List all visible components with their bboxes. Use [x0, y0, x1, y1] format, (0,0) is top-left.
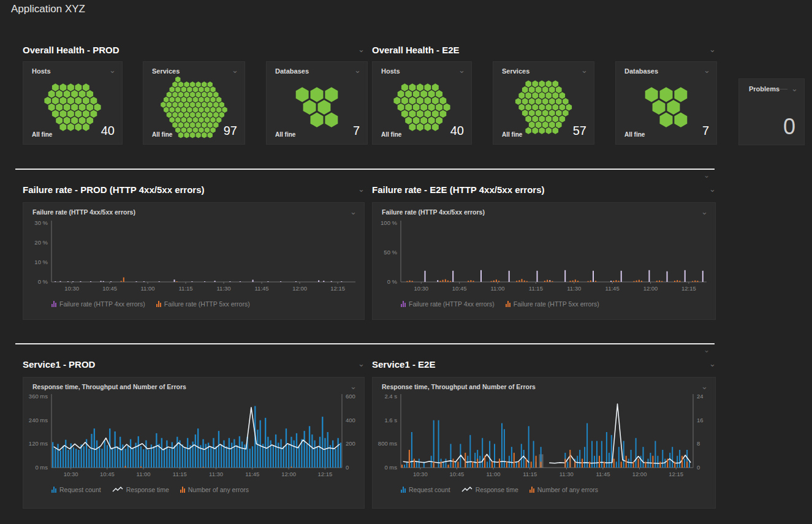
health-tile-hosts-prod[interactable]: Hosts⌄All fine40 — [23, 61, 123, 145]
svg-text:10:45: 10:45 — [452, 285, 467, 292]
chart-tile-service-e2e[interactable]: Response time, Throughput and Number of … — [372, 377, 716, 509]
section-header-service-e2e: Service1 - E2E ⌄ — [372, 357, 716, 371]
section-title: Service1 - PROD — [23, 359, 95, 370]
chevron-down-icon[interactable]: ⌄ — [709, 186, 716, 192]
svg-text:360 ms: 360 ms — [29, 393, 48, 400]
svg-text:11:00: 11:00 — [487, 471, 501, 477]
chevron-down-icon[interactable]: ⌄ — [701, 209, 708, 215]
svg-text:11:45: 11:45 — [596, 471, 610, 477]
section-header-failure-prod: Failure rate - PROD (HTTP 4xx/5xx errors… — [23, 183, 365, 196]
svg-text:30 %: 30 % — [34, 219, 48, 226]
legend-item[interactable]: Request count — [401, 486, 450, 493]
problems-label: Problems — [749, 85, 780, 93]
bars-icon — [51, 487, 56, 493]
svg-text:0 %: 0 % — [387, 278, 398, 285]
chevron-down-icon[interactable]: ⌄ — [791, 86, 798, 92]
svg-text:11:30: 11:30 — [209, 471, 223, 477]
health-honeycomb — [267, 62, 367, 144]
legend-label: Failure rate (HTTP 4xx errors) — [409, 300, 495, 308]
bars-icon — [51, 301, 56, 307]
svg-text:11:15: 11:15 — [173, 471, 187, 477]
service-chart-prod: 360 ms240 ms120 ms0 ms600400200010:3010:… — [23, 392, 364, 484]
line-icon — [112, 487, 123, 493]
chevron-down-icon[interactable]: ⌄ — [701, 384, 708, 390]
svg-text:11:15: 11:15 — [523, 471, 537, 477]
svg-text:12:15: 12:15 — [330, 285, 345, 292]
health-tile-services-prod[interactable]: Services⌄All fine97 — [143, 61, 245, 145]
legend-item[interactable]: Response time — [112, 486, 169, 493]
svg-text:120 ms: 120 ms — [29, 440, 48, 447]
legend-label: Failure rate (HTTP 5xx errors) — [514, 300, 599, 308]
health-tile-hosts-e2e[interactable]: Hosts⌄All fine40 — [372, 61, 472, 145]
svg-text:0 ms: 0 ms — [35, 464, 48, 471]
section-title: Service1 - E2E — [372, 359, 435, 370]
legend-item[interactable]: Failure rate (HTTP 4xx errors) — [51, 300, 145, 308]
chevron-down-icon[interactable]: ⌄ — [358, 361, 365, 367]
chart-legend: Request countResponse timeNumber of any … — [401, 486, 715, 493]
health-tile-databases-e2e[interactable]: Databases⌄All fine7 — [615, 61, 717, 145]
page-title: Application XYZ — [11, 3, 85, 15]
chart-title: Response time, Throughput and Number of … — [32, 383, 186, 390]
legend-item[interactable]: Failure rate (HTTP 4xx errors) — [401, 300, 495, 308]
svg-text:12:15: 12:15 — [681, 285, 696, 292]
legend-label: Number of any errors — [188, 486, 249, 493]
failure-rate-chart-prod: 30 %20 %10 %0 %10:3010:4511:0011:1511:30… — [23, 217, 364, 298]
legend-item[interactable]: Number of any errors — [180, 486, 249, 493]
chevron-down-icon[interactable]: ⌄ — [350, 209, 357, 215]
legend-label: Request count — [409, 486, 450, 493]
chart-tile-failure-prod[interactable]: Failure rate (HTTP 4xx/5xx errors) ⌄ 30 … — [23, 202, 365, 320]
health-honeycomb — [23, 62, 122, 144]
chart-title: Response time, Throughput and Number of … — [382, 383, 536, 390]
svg-text:240 ms: 240 ms — [29, 417, 48, 423]
service-chart-e2e: 2.4 s1.6 s800 ms0 ms24168010:3010:4511:0… — [373, 392, 715, 484]
svg-text:11:45: 11:45 — [245, 471, 259, 477]
svg-text:11:00: 11:00 — [141, 285, 155, 292]
svg-text:10:45: 10:45 — [100, 471, 115, 477]
section-title: Overall Health - E2E — [372, 45, 460, 55]
problems-tile[interactable]: Problems ⌄ 0 — [738, 78, 805, 145]
svg-text:12:15: 12:15 — [669, 471, 683, 477]
chevron-down-icon[interactable]: ⌄ — [358, 47, 365, 53]
chart-legend: Failure rate (HTTP 4xx errors)Failure ra… — [51, 300, 364, 308]
svg-text:0: 0 — [346, 464, 349, 471]
chart-title: Failure rate (HTTP 4xx/5xx errors) — [382, 208, 485, 216]
dashboard-page: Application XYZ Overall Health - PROD ⌄ … — [0, 0, 812, 524]
legend-item[interactable]: Response time — [461, 486, 518, 493]
bars-icon — [401, 301, 406, 307]
svg-text:1.6 s: 1.6 s — [384, 417, 397, 423]
section-header-service-prod: Service1 - PROD ⌄ — [23, 357, 365, 371]
svg-text:16: 16 — [697, 417, 704, 423]
svg-text:24: 24 — [697, 393, 704, 400]
svg-text:11:00: 11:00 — [137, 471, 151, 477]
section-title: Failure rate - E2E (HTTP 4xx/5xx errors) — [372, 184, 545, 195]
failure-rate-chart-e2e: 100 %50 %0 %10:3010:4511:0011:1511:3011:… — [373, 217, 715, 298]
chevron-down-icon[interactable]: ⌄ — [709, 361, 716, 367]
health-tile-services-e2e[interactable]: Services⌄All fine57 — [493, 61, 594, 145]
chart-legend: Request countResponse timeNumber of any … — [51, 486, 364, 493]
chevron-down-icon[interactable]: ⌄ — [350, 384, 357, 390]
bars-icon — [529, 487, 534, 493]
legend-label: Request count — [59, 486, 101, 493]
legend-item[interactable]: Failure rate (HTTP 5xx errors) — [156, 300, 250, 308]
section-title: Failure rate - PROD (HTTP 4xx/5xx errors… — [23, 184, 205, 195]
bars-icon — [401, 487, 406, 493]
health-honeycomb — [373, 62, 471, 144]
legend-item[interactable]: Failure rate (HTTP 5xx errors) — [506, 300, 599, 308]
health-honeycomb — [493, 62, 594, 144]
chevron-down-icon[interactable]: ⌄ — [358, 186, 365, 192]
problems-count: 0 — [783, 114, 795, 140]
chevron-down-icon[interactable]: ⌄ — [704, 346, 710, 354]
svg-text:20 %: 20 % — [34, 239, 48, 246]
svg-text:11:30: 11:30 — [567, 285, 581, 292]
legend-item[interactable]: Request count — [51, 486, 101, 493]
health-tile-databases-prod[interactable]: Databases⌄All fine7 — [266, 61, 368, 145]
svg-text:200: 200 — [346, 440, 355, 447]
chevron-down-icon[interactable]: ⌄ — [704, 171, 710, 180]
chevron-down-icon[interactable]: ⌄ — [709, 47, 716, 53]
chart-tile-service-prod[interactable]: Response time, Throughput and Number of … — [23, 377, 365, 509]
health-honeycomb — [616, 62, 716, 144]
svg-text:12:00: 12:00 — [632, 471, 647, 477]
chart-tile-failure-e2e[interactable]: Failure rate (HTTP 4xx/5xx errors) ⌄ 100… — [372, 202, 716, 320]
sparkline-placeholder — [780, 89, 787, 89]
legend-item[interactable]: Number of any errors — [529, 486, 598, 493]
